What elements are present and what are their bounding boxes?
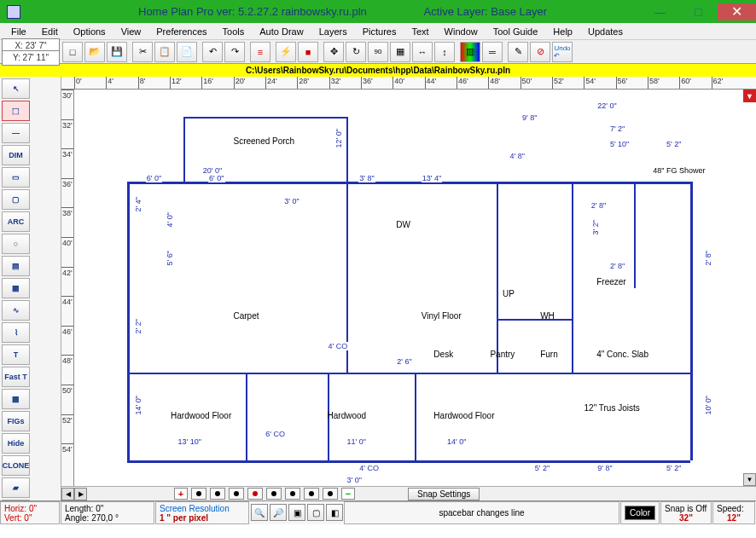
menu-item-edit[interactable]: Edit xyxy=(34,25,66,38)
status-length: Length: 0" xyxy=(65,504,150,513)
note-button[interactable]: ✎ xyxy=(508,42,528,62)
snap-plus[interactable]: + xyxy=(174,488,188,500)
snap-dot-7[interactable] xyxy=(304,488,319,500)
disable-button[interactable]: ⊘ xyxy=(530,42,550,62)
menu-item-options[interactable]: Options xyxy=(66,25,113,38)
menu-item-window[interactable]: Window xyxy=(437,25,486,38)
menu-item-auto-draw[interactable]: Auto Draw xyxy=(252,25,311,38)
snap-dot-8[interactable] xyxy=(323,488,338,500)
snap-dot-2[interactable] xyxy=(210,488,225,500)
status-resolution-label: Screen Resolution xyxy=(160,504,245,513)
move-button[interactable]: ✥ xyxy=(323,42,344,62)
snap-dot-4[interactable] xyxy=(247,488,263,500)
status-snap: Snap is Off xyxy=(665,504,707,513)
snap-dot-1[interactable] xyxy=(191,488,206,500)
scroll-right-btn[interactable]: ▶ xyxy=(74,488,87,500)
status-bar: Horiz: 0" Vert: 0" Length: 0" Angle: 270… xyxy=(0,500,756,524)
bottom-scroll-bar: ◀ ▶ + − Snap Settings xyxy=(61,486,756,500)
scroll-down-arrow[interactable]: ▼ xyxy=(743,473,756,486)
status-angle: Angle: 270,0 ° xyxy=(65,513,150,523)
zoom-prev-button[interactable]: ◧ xyxy=(326,504,343,521)
redo-button[interactable]: ↷ xyxy=(224,42,245,62)
save-button[interactable]: 💾 xyxy=(107,42,127,62)
tool-circle[interactable]: ○ xyxy=(2,234,30,254)
active-layer-label: Active Layer: Base Layer xyxy=(423,5,547,18)
close-button[interactable]: ✕ xyxy=(718,3,756,20)
tool-clone[interactable]: CLONE xyxy=(2,455,30,476)
drawing-canvas[interactable]: 20' 0" 6' 0" 6' 0" 3' 8" 13' 4" 9' 8" 22… xyxy=(74,90,743,486)
zoom-out-button[interactable]: 🔎 xyxy=(270,504,287,521)
menu-item-preferences[interactable]: Preferences xyxy=(148,25,214,38)
file-path-bar: C:\Users\RainbowSky.ru\Documents\hpp\Dat… xyxy=(0,64,756,77)
menu-item-tools[interactable]: Tools xyxy=(215,25,253,38)
rotate90-button[interactable]: 90 xyxy=(368,42,388,62)
rotate-button[interactable]: ↻ xyxy=(346,42,366,62)
window-title: Home Plan Pro ver: 5.2.27.2 rainbowsky.r… xyxy=(27,5,423,18)
tool-line[interactable]: — xyxy=(2,123,30,143)
snap-minus[interactable]: − xyxy=(341,488,355,500)
floor-plan: 20' 0" 6' 0" 6' 0" 3' 8" 13' 4" 9' 8" 22… xyxy=(96,98,722,479)
menu-item-pictures[interactable]: Pictures xyxy=(355,25,404,38)
cut-button[interactable]: ✂ xyxy=(132,42,153,62)
scroll-left[interactable]: ◀ xyxy=(61,488,74,500)
tool-layers[interactable]: ▤ xyxy=(2,256,30,276)
tool-dim[interactable]: DIM xyxy=(2,145,30,165)
canvas-area: 0'4'8'12'16'20'24'28'32'36'40'44'46'48'5… xyxy=(61,77,756,500)
tool-figs[interactable]: FIGs xyxy=(2,411,30,431)
paste-button[interactable]: 📄 xyxy=(177,42,197,62)
status-speed-label: Speed: xyxy=(717,504,751,513)
menu-item-updates[interactable]: Updates xyxy=(580,25,631,38)
tool-rect[interactable]: ▭ xyxy=(2,167,30,188)
lines-button[interactable]: ═ xyxy=(482,42,503,62)
tool-text[interactable]: T xyxy=(2,344,30,365)
tool-arc[interactable]: ARC xyxy=(2,211,30,232)
scroll-right: ▼ ▼ xyxy=(743,90,756,486)
scroll-up-arrow[interactable]: ▼ xyxy=(743,90,756,102)
snap-dot-5[interactable] xyxy=(266,488,282,500)
coord-y: Y: 27' 11" xyxy=(2,50,60,66)
flip-h-button[interactable]: ↔ xyxy=(412,42,433,62)
menu-item-view[interactable]: View xyxy=(113,25,149,38)
tool-sel[interactable]: ⬚ xyxy=(2,101,30,121)
flip-v-button[interactable]: ↕ xyxy=(434,42,455,62)
app-icon xyxy=(7,5,20,19)
palette-button[interactable]: ▥ xyxy=(460,42,480,62)
tool-paint[interactable]: ▰ xyxy=(2,477,30,498)
layers-button[interactable]: ≡ xyxy=(250,42,270,62)
menu-item-file[interactable]: File xyxy=(3,25,34,38)
tool-hide[interactable]: Hide xyxy=(2,433,30,454)
zoom-in-button[interactable]: 🔍 xyxy=(251,504,268,521)
zoom-fit-button[interactable]: ▣ xyxy=(288,504,305,521)
copy-button[interactable]: 📋 xyxy=(154,42,175,62)
tool-fill[interactable]: ▩ xyxy=(2,389,30,409)
tool-curve[interactable]: ⤴ xyxy=(2,500,30,500)
menu-item-layers[interactable]: Layers xyxy=(311,25,355,38)
grid-button[interactable]: ▦ xyxy=(390,42,410,62)
open-button[interactable]: 📂 xyxy=(84,42,105,62)
toolbar: X: 23' 7" Y: 27' 11" □ 📂 💾 ✂ 📋 📄 ↶ ↷ ≡ ⚡… xyxy=(0,40,756,64)
maximize-button[interactable]: □ xyxy=(679,3,718,20)
tool-fast[interactable]: Fast T xyxy=(2,367,30,387)
tool-grid2[interactable]: ▦ xyxy=(2,278,30,298)
snap-bar: + − Snap Settings xyxy=(172,488,756,500)
snap-dot-6[interactable] xyxy=(285,488,300,500)
menu-item-help[interactable]: Help xyxy=(545,25,580,38)
undo-button[interactable]: ↶ xyxy=(202,42,223,62)
color-button[interactable]: Color xyxy=(625,506,655,520)
tool-rect2[interactable]: ▢ xyxy=(2,189,30,210)
zap-button[interactable]: ⚡ xyxy=(276,42,296,62)
menu-item-tool-guide[interactable]: Tool Guide xyxy=(486,25,546,38)
new-button[interactable]: □ xyxy=(62,42,83,62)
minimize-button[interactable]: — xyxy=(641,3,679,20)
title-bar: Home Plan Pro ver: 5.2.27.2 rainbowsky.r… xyxy=(0,0,756,23)
tool-poly2[interactable]: ⌇ xyxy=(2,322,30,343)
snap-settings-button[interactable]: Snap Settings xyxy=(408,488,480,500)
undo2-button[interactable]: Undo↶ xyxy=(552,42,573,62)
tool-poly[interactable]: ∿ xyxy=(2,300,30,321)
menu-item-text[interactable]: Text xyxy=(404,25,436,38)
snap-dot-3[interactable] xyxy=(229,488,244,500)
tool-arrow[interactable]: ↖ xyxy=(2,78,30,99)
zoom-window-button[interactable]: ▢ xyxy=(307,504,324,521)
status-speed-val: 12" xyxy=(717,513,751,523)
block-button[interactable]: ■ xyxy=(298,42,318,62)
